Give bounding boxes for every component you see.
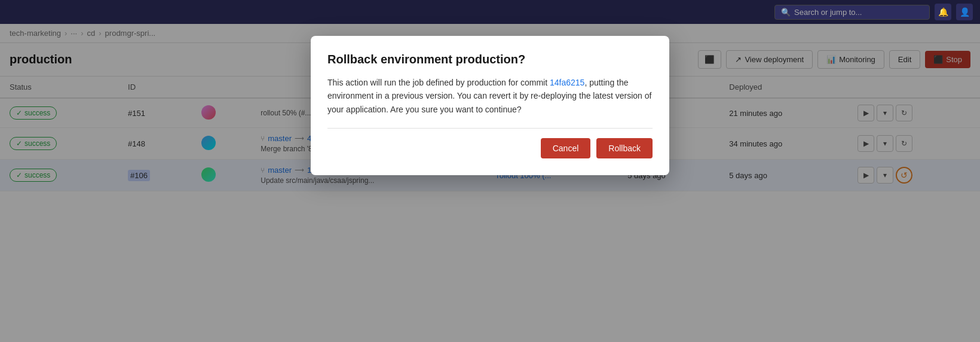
bell-icon[interactable]: 🔔 [935,4,951,20]
rollback-confirm-button[interactable]: Rollback [596,138,653,158]
user-avatar[interactable]: 👤 [956,4,973,20]
modal-body: This action will run the job defined by … [327,76,653,116]
search-icon: 🔍 [781,8,791,17]
top-nav: 🔍 Search or jump to... 🔔 👤 [0,0,980,24]
modal-actions: Cancel Rollback [327,138,653,158]
modal-overlay: Rollback environment production? This ac… [0,24,980,342]
modal-divider [327,128,653,129]
modal-body-text-1: This action will run the job defined by … [327,78,550,87]
cancel-button[interactable]: Cancel [541,138,591,158]
main-content: tech-marketing › ··· › cd › prodmgr-spri… [0,24,980,342]
modal-title: Rollback environment production? [327,53,653,66]
rollback-modal: Rollback environment production? This ac… [311,36,669,175]
search-bar[interactable]: 🔍 Search or jump to... [774,5,930,20]
search-placeholder: Search or jump to... [794,8,862,17]
modal-commit-link[interactable]: 14fa6215 [550,78,584,87]
